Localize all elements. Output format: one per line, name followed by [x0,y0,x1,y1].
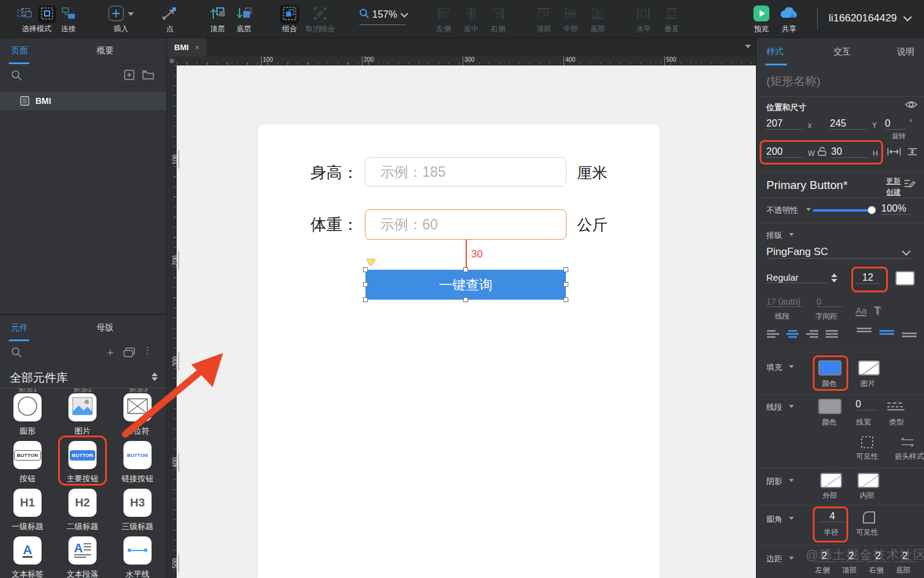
fit-height-icon[interactable] [907,147,918,158]
widget-placeholder[interactable]: 占位符 [110,393,165,437]
align-bottom-button[interactable]: 底部 [581,5,615,34]
widget-circle[interactable]: 圆形 [0,393,55,437]
widget-h3[interactable]: H3 三级标题 [110,489,165,532]
valign-middle-icon[interactable] [879,330,895,339]
resize-handle[interactable] [363,297,368,302]
point-button[interactable]: 点 [153,5,187,34]
align-right-button[interactable]: 右侧 [481,5,515,34]
widget-link-button[interactable]: BUTTON 链接按钮 [110,441,165,484]
text-style-icon[interactable]: T [874,305,881,317]
widget-text-label[interactable]: A 文本标签 [0,536,55,578]
height-input-field[interactable]: 30 [831,146,868,158]
ungroup-button[interactable]: 取消组合 [299,5,341,34]
create-style-link[interactable]: 创建 [886,187,901,198]
tab-pages[interactable]: 页面 [11,45,28,56]
tab-overview[interactable]: 概要 [97,45,114,56]
widget-h2[interactable]: H2 二级标题 [55,489,110,532]
arrow-style-icon[interactable] [899,437,916,450]
resize-handle[interactable] [563,282,568,287]
canvas-tab-bmi[interactable]: BMI × [167,38,207,56]
pages-search-icon[interactable] [11,70,22,83]
y-input[interactable]: 245 [830,118,867,130]
font-family-select[interactable]: PingFang SC [766,246,911,259]
align-text-left-icon[interactable] [766,330,780,342]
library-stack-icon[interactable] [123,347,136,360]
send-to-back-button[interactable]: 底层 [227,5,261,34]
widget-button[interactable]: BUTTON 按钮 [0,441,55,484]
resize-handle[interactable] [463,267,468,272]
x-input[interactable]: 207 [766,118,803,130]
distribute-vertical-button[interactable]: 垂直 [654,5,689,34]
line-color-swatch[interactable] [818,399,842,414]
widgets-search-icon[interactable] [11,347,22,360]
line-visibility-icon[interactable] [860,435,874,451]
line-width-input[interactable]: 0 [856,399,878,410]
valign-top-icon[interactable] [856,327,872,336]
tab-masters[interactable]: 母版 [97,322,114,333]
opacity-slider[interactable] [813,209,871,212]
add-page-icon[interactable] [124,70,134,83]
add-widget-icon[interactable]: + [107,346,114,360]
resize-handle[interactable] [363,267,368,272]
share-button[interactable]: 共享 [772,5,806,34]
valign-bottom-icon[interactable] [901,332,917,341]
width-input[interactable]: 200 [766,146,803,158]
page-item-bmi[interactable]: BMI [0,92,166,110]
align-text-center-icon[interactable] [786,330,799,342]
ruler-origin-icon[interactable]: ⊕ [167,56,177,65]
tab-interactions[interactable]: 交互 [834,46,851,57]
font-color-swatch[interactable] [895,271,915,286]
margin-left-input[interactable]: 2 [813,550,836,562]
lock-ratio-icon[interactable] [818,147,826,158]
edit-style-icon[interactable] [903,177,915,191]
radius-input[interactable]: 4 [819,511,846,522]
connect-button[interactable]: 连接 [51,5,86,34]
query-button[interactable]: 一键查询 [365,270,566,300]
rotation-input[interactable]: 0 [885,118,906,130]
align-text-right-icon[interactable] [805,330,819,342]
shape-name-placeholder[interactable]: (矩形名称) [766,73,821,89]
font-weight-select[interactable]: Regular [766,272,827,283]
line-type-icon[interactable] [887,401,905,413]
marquee-select-icon[interactable] [17,6,33,23]
zoom-control[interactable]: 157% [359,9,406,25]
font-weight-chevrons-icon[interactable] [831,273,837,283]
text-case-icon[interactable]: Aa [856,306,867,316]
widgets-more-icon[interactable]: ⋮ [143,345,153,356]
align-text-justify-icon[interactable] [825,330,838,342]
line-height-input[interactable]: 17 (auto) [766,297,803,307]
resize-handle[interactable] [463,297,468,302]
eye-icon[interactable] [905,100,917,111]
widget-primary-button[interactable]: BUTTON 主要按钮 [55,441,110,484]
tab-close-icon[interactable]: × [195,43,200,52]
fit-width-icon[interactable] [887,147,901,158]
margin-right-input[interactable]: 2 [867,550,890,562]
resize-handle[interactable] [563,267,568,272]
update-style-link[interactable]: 更新 [886,176,901,187]
margin-top-input[interactable]: 2 [840,550,863,562]
tab-style[interactable]: 样式 [766,46,783,57]
radius-visibility-icon[interactable] [862,510,876,527]
canvas-content[interactable]: 身高： 厘米 体重： 公斤 30 一键查询 [177,65,756,578]
widget-horizontal-line[interactable]: 水平线 [110,536,165,578]
tab-list-caret-icon[interactable] [745,45,751,48]
tab-notes[interactable]: 说明 [897,46,914,57]
widget-paragraph[interactable]: A 文本段落 [55,536,110,578]
height-input[interactable] [365,157,566,187]
font-size-input[interactable]: 12 [856,272,880,284]
widget-style-name[interactable]: Primary Button* [766,179,848,192]
add-folder-icon[interactable] [142,70,154,82]
shadow-outer-swatch[interactable] [820,473,842,488]
widget-h1[interactable]: H1 一级标题 [0,489,55,532]
margin-bottom-input[interactable]: 2 [893,550,917,562]
opacity-value[interactable]: 100% [881,203,911,215]
shadow-inner-swatch[interactable] [857,473,879,488]
fill-image-swatch[interactable] [858,360,880,376]
insert-button[interactable]: 插入 [101,5,141,34]
tab-widgets[interactable]: 元件 [11,322,28,333]
widget-image[interactable]: 图片 [55,393,110,437]
resize-handle[interactable] [563,297,568,302]
resize-handle[interactable] [363,282,368,287]
user-menu[interactable]: li16620164429 [829,12,909,24]
fill-color-swatch[interactable] [818,360,842,376]
